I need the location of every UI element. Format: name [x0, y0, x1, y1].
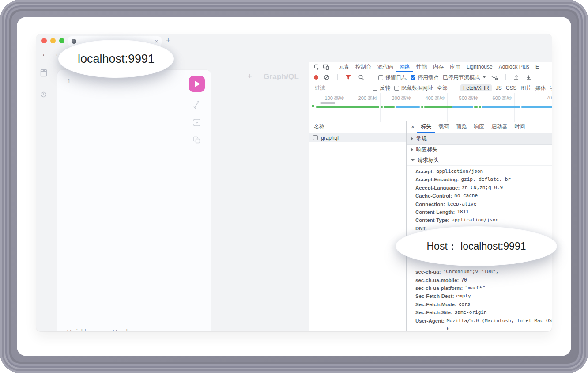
waterfall-segment — [316, 106, 379, 108]
header-row: sec-ch-ua-platform:"macOS" — [407, 284, 552, 292]
header-row: Accept:application/json — [407, 167, 552, 175]
export-har-icon[interactable] — [526, 74, 531, 80]
close-icon[interactable]: × — [411, 123, 415, 130]
tab-sources[interactable]: 源代码 — [374, 62, 396, 72]
tab-preview[interactable]: 预览 — [452, 121, 470, 133]
header-row: Sec-Fetch-Dest:empty — [407, 292, 552, 300]
tab-network[interactable]: 网络 — [396, 62, 413, 72]
filter-icon[interactable] — [345, 74, 351, 80]
new-tab-button[interactable]: + — [166, 36, 170, 45]
divider — [333, 64, 333, 70]
merge-fragments-icon[interactable] — [192, 118, 202, 127]
editor-toolbar — [189, 76, 205, 145]
tab-initiator[interactable]: 启动器 — [488, 121, 511, 133]
checkbox-unchecked[interactable] — [394, 86, 399, 91]
tab-memory[interactable]: 内存 — [430, 62, 447, 72]
tab-headers[interactable]: Headers — [113, 328, 136, 331]
hide-data-urls-label: 隐藏数据网址 — [401, 84, 433, 92]
import-har-icon[interactable] — [513, 74, 519, 80]
traffic-light-zoom[interactable] — [59, 38, 64, 43]
preserve-log-checkbox[interactable]: 保留日志 — [378, 74, 407, 81]
tab-response[interactable]: 响应 — [470, 121, 488, 133]
waterfall-segment — [421, 106, 423, 108]
network-conditions-icon[interactable] — [491, 74, 498, 80]
line-number: 1 — [67, 78, 71, 84]
traffic-light-minimize[interactable] — [50, 38, 56, 43]
tab-headers-detail[interactable]: 标头 — [417, 121, 435, 133]
tab-elements[interactable]: 元素 — [335, 62, 352, 72]
tab-close-icon[interactable]: × — [155, 38, 158, 44]
type-filter-all[interactable]: 全部 — [437, 84, 448, 92]
history-icon[interactable] — [39, 90, 48, 99]
section-request-headers[interactable]: 请求标头 — [407, 155, 552, 166]
section-response-headers[interactable]: 响应标头 — [407, 145, 552, 155]
docs-icon[interactable] — [39, 69, 48, 77]
throttling-dropdown[interactable]: 已停用节流模式 — [443, 74, 486, 81]
header-row: Connection:keep-alive — [407, 200, 552, 208]
invert-checkbox[interactable]: 反转 — [373, 84, 390, 92]
type-filter-js[interactable]: JS — [496, 85, 502, 91]
record-icon[interactable] — [314, 75, 318, 80]
type-filter-fetch-xhr[interactable]: Fetch/XHR — [460, 84, 492, 91]
copy-query-icon[interactable] — [192, 135, 202, 145]
back-button[interactable]: ← — [41, 50, 48, 57]
header-row: Accept-Encoding:gzip, deflate, br — [407, 175, 552, 183]
checkbox-unchecked[interactable] — [378, 75, 383, 80]
section-general[interactable]: 常规 — [407, 133, 552, 145]
network-overview-timeline[interactable]: 100 毫秒 200 毫秒 300 毫秒 400 毫秒 500 毫秒 600 毫… — [309, 93, 552, 122]
traffic-light-close[interactable] — [41, 38, 47, 43]
waterfall-segment — [452, 106, 473, 108]
device-toolbar-icon[interactable] — [323, 64, 329, 70]
tab-variables[interactable]: Variables — [67, 328, 92, 331]
tab-console[interactable]: 控制台 — [352, 62, 374, 72]
filter-input[interactable] — [314, 84, 369, 91]
disable-cache-checkbox[interactable]: 停用缓存 — [411, 74, 439, 81]
checkbox-checked[interactable] — [411, 75, 415, 80]
timeline-tick: 600 毫秒 — [493, 95, 512, 102]
request-name: graphql — [321, 135, 339, 141]
type-filter-css[interactable]: CSS — [506, 85, 517, 91]
waterfall-segment — [479, 106, 481, 108]
forward-button[interactable]: → — [52, 50, 59, 57]
waterfall-segment — [396, 106, 420, 108]
tab-clipped[interactable]: E — [532, 62, 542, 72]
search-icon[interactable] — [358, 74, 364, 80]
disable-cache-label: 停用缓存 — [418, 74, 439, 81]
query-editor-panel[interactable]: 1 — [57, 70, 211, 331]
tab-adblock-plus[interactable]: Adblock Plus — [496, 62, 532, 72]
tab-lighthouse[interactable]: Lighthouse — [464, 62, 496, 72]
clear-icon[interactable] — [324, 74, 330, 80]
checkbox-unchecked[interactable] — [373, 86, 377, 91]
tab-timing[interactable]: 时间 — [511, 121, 528, 133]
prettify-icon[interactable] — [192, 100, 202, 110]
header-row: User-Agent:Mozilla/5.0 (Macintosh; Intel… — [407, 317, 552, 331]
traffic-lights — [41, 38, 64, 43]
type-filter-media[interactable]: 媒体 — [535, 84, 546, 92]
inspect-element-icon[interactable] — [313, 64, 320, 70]
tab-payload[interactable]: 载荷 — [435, 121, 452, 133]
host-callout-text: Host： localhost:9991 — [426, 240, 526, 253]
divider — [454, 85, 454, 91]
execute-query-button[interactable] — [189, 76, 205, 92]
tab-performance[interactable]: 性能 — [413, 62, 430, 72]
add-session-button[interactable]: + — [247, 72, 252, 80]
checkbox-unchecked[interactable] — [313, 135, 318, 140]
host-callout-bubble: Host： localhost:9991 — [396, 227, 556, 265]
disclosure-expanded-icon — [411, 159, 415, 161]
tab-application[interactable]: 应用 — [447, 62, 464, 72]
disclosure-collapsed-icon — [411, 148, 413, 152]
name-column-header[interactable]: 名称 — [309, 121, 406, 133]
hide-data-urls-checkbox[interactable]: 隐藏数据网址 — [394, 84, 433, 92]
editor-footer-tabs: Variables Headers — [57, 322, 211, 331]
timeline-tick: 300 毫秒 — [392, 95, 411, 102]
graphiql-header: + GraphiQL — [247, 72, 299, 81]
waterfall-segment — [424, 106, 452, 108]
header-row: Accept-Language:zh-CN,zh;q=0.9 — [407, 184, 552, 192]
type-filter-img[interactable]: 图片 — [520, 84, 531, 92]
request-row-graphql[interactable]: graphql — [309, 133, 406, 142]
type-filter-font[interactable]: 字体 — [550, 84, 552, 92]
request-details-panel: × 标头 载荷 预览 响应 启动器 时间 常规 — [407, 121, 552, 331]
throttling-label: 已停用节流模式 — [443, 74, 480, 81]
timeline-tick: 500 毫秒 — [459, 95, 478, 102]
waterfall-segment — [482, 106, 520, 108]
